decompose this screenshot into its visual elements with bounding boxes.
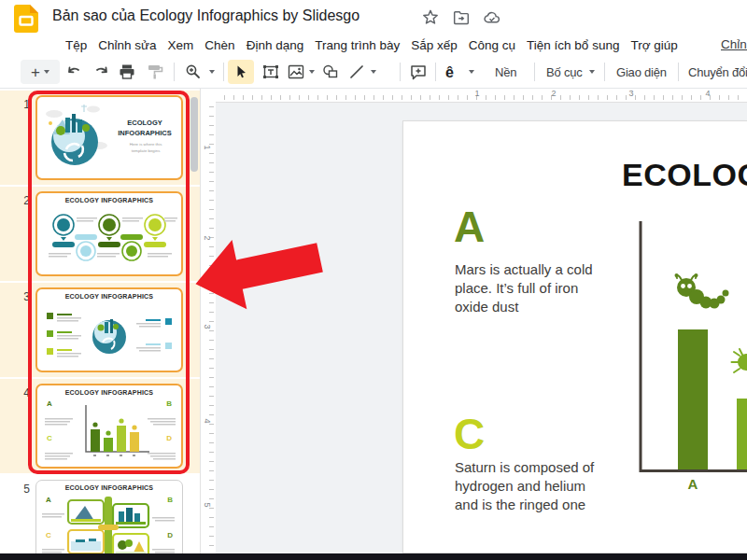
menu-help[interactable]: Trợ giúp (630, 38, 677, 52)
thumb1-title-line1: ECOLOGY (114, 118, 176, 128)
cloud-saved-icon[interactable] (484, 9, 500, 26)
menu-slide[interactable]: Trang trình bày (315, 38, 400, 52)
filmstrip-scrollbar[interactable] (190, 97, 198, 172)
line-chevron-icon[interactable] (371, 70, 376, 74)
thumb4-title: ECOLOGY INFOGRAPHICS (37, 389, 181, 396)
comment-icon[interactable] (409, 63, 428, 81)
menu-tools[interactable]: Công cụ (469, 38, 515, 52)
hruler-label: 2 (551, 89, 556, 98)
layout-button[interactable]: Bố cục (546, 56, 583, 89)
transition-button[interactable]: Chuyển đổi (688, 56, 747, 89)
menubar: Tệp Chỉnh sửa Xem Chèn Định dạng Trang t… (65, 34, 678, 56)
chevron-down-icon[interactable] (44, 70, 49, 74)
cursor-icon (233, 64, 248, 79)
image-chevron-icon[interactable] (309, 70, 315, 74)
image-icon[interactable] (287, 63, 305, 81)
thumb5-title: ECOLOGY INFOGRAPHICS (36, 484, 182, 491)
slide-number: 3 (13, 290, 30, 303)
bar-chart[interactable] (637, 218, 747, 491)
background-button[interactable]: Nền (495, 56, 516, 89)
thumb1-title-line2: INFOGRAPHICS (114, 128, 176, 138)
input-tools-icon[interactable]: ê (445, 56, 454, 89)
point-c-letter[interactable]: C (454, 413, 485, 455)
menu-arrange[interactable]: Sắp xếp (411, 38, 458, 52)
thumb2-title: ECOLOGY INFOGRAPHICS (37, 197, 181, 203)
slide-number: 4 (13, 386, 30, 399)
menu-format[interactable]: Định dạng (247, 38, 304, 52)
titlebar: Bản sao của Ecology Infographics by Slid… (0, 0, 747, 34)
menu-file[interactable]: Tệp (65, 38, 87, 52)
print-icon[interactable] (118, 63, 136, 81)
zoom-chevron-icon[interactable] (209, 70, 215, 74)
thumb3-title: ECOLOGY INFOGRAPHICS (37, 293, 181, 300)
globe-illustration-icon (37, 97, 114, 177)
bar-b (737, 399, 747, 469)
slide-row-1[interactable]: 1 (0, 91, 200, 185)
slide-number: 1 (13, 98, 30, 111)
text-box-icon[interactable] (261, 63, 280, 81)
vertical-ruler: 1 2 3 4 5 (201, 89, 216, 560)
move-folder-icon[interactable] (453, 9, 470, 26)
slide-row-5[interactable]: 5 ECOLOGY INFOGRAPHICS A B C D (0, 475, 200, 560)
process-circles-icon (37, 206, 181, 273)
slide-title-text[interactable]: ECOLOGY (622, 157, 747, 193)
hruler-label: 3 (628, 89, 633, 98)
thumb1-subtitle: Here is where this template begins (121, 142, 170, 153)
vruler-label: 2 (203, 232, 212, 244)
select-tool-button[interactable] (228, 60, 254, 84)
layout-chevron-icon[interactable] (589, 70, 595, 74)
slide-row-2[interactable]: 2 ECOLOGY INFOGRAPHICS (0, 187, 200, 281)
point-c-text[interactable]: Saturn is composed of hydrogen and heliu… (455, 458, 606, 513)
new-slide-button[interactable]: + (21, 60, 60, 84)
point-a-text[interactable]: Mars is actually a cold place. It’s full… (455, 260, 606, 315)
slide-row-4[interactable]: 4 ECOLOGY INFOGRAPHICS A B C D (0, 379, 200, 473)
google-slides-logo (14, 5, 38, 33)
slide-thumbnail-4[interactable]: ECOLOGY INFOGRAPHICS A B C D (35, 384, 183, 469)
paint-format-icon[interactable] (146, 63, 164, 81)
slide-number: 2 (13, 194, 30, 207)
bar-a (678, 329, 708, 469)
undo-button[interactable] (65, 63, 84, 82)
bottom-edge-strip (0, 553, 747, 560)
hruler-label: 4 (705, 89, 710, 98)
ruler-corner (201, 89, 216, 103)
toolbar: + (0, 56, 747, 89)
slide-thumbnail-5[interactable]: ECOLOGY INFOGRAPHICS A B C D (35, 480, 183, 560)
slide-canvas[interactable]: ECOLOGY A Mars is actually a cold place.… (403, 121, 747, 553)
horizontal-ruler: 1 2 3 4 (216, 89, 747, 103)
document-title[interactable]: Bản sao của Ecology Infographics by Slid… (52, 7, 359, 24)
four-panels-icon (36, 493, 180, 560)
point-a-letter[interactable]: A (454, 205, 485, 248)
last-edit-link[interactable]: Chỉnh (721, 37, 747, 51)
menu-addons[interactable]: Tiện ích bổ sung (527, 38, 619, 52)
redo-button[interactable] (92, 63, 110, 82)
canvas-workspace: ECOLOGY A Mars is actually a cold place.… (216, 103, 747, 560)
hruler-label: 1 (474, 89, 479, 98)
line-icon[interactable] (347, 63, 366, 81)
vruler-label: 3 (203, 321, 212, 332)
vruler-label: 4 (203, 415, 212, 427)
shape-icon[interactable] (321, 63, 340, 81)
input-tools-chevron-icon[interactable] (469, 70, 474, 74)
slide-thumbnail-2[interactable]: ECOLOGY INFOGRAPHICS (35, 191, 183, 276)
slide-thumbnail-1[interactable]: ECOLOGY INFOGRAPHICS Here is where this … (35, 95, 183, 180)
slide-row-3[interactable]: 3 ECOLOGY INFOGRAPHICS (0, 283, 200, 377)
bug-icon (732, 349, 747, 372)
globe-bullets-icon (37, 301, 181, 370)
vruler-label: 5 (203, 499, 212, 511)
content-area: 1 (0, 89, 747, 560)
slide-thumbnail-3[interactable]: ECOLOGY INFOGRAPHICS (35, 287, 183, 372)
bar-a-label[interactable]: A (678, 476, 708, 492)
plus-icon: + (31, 64, 40, 80)
vruler-label: 1 (203, 142, 212, 153)
menu-view[interactable]: Xem (168, 38, 194, 52)
mini-bar-chart-icon (37, 398, 181, 466)
menu-insert[interactable]: Chèn (204, 38, 234, 52)
zoom-icon[interactable] (184, 63, 203, 81)
slide-number: 5 (13, 483, 30, 496)
slide-filmstrip: 1 (0, 89, 201, 560)
star-icon[interactable] (422, 9, 439, 26)
theme-button[interactable]: Giao diện (616, 56, 667, 89)
menu-edit[interactable]: Chỉnh sửa (98, 38, 156, 52)
caterpillar-icon (675, 273, 729, 309)
